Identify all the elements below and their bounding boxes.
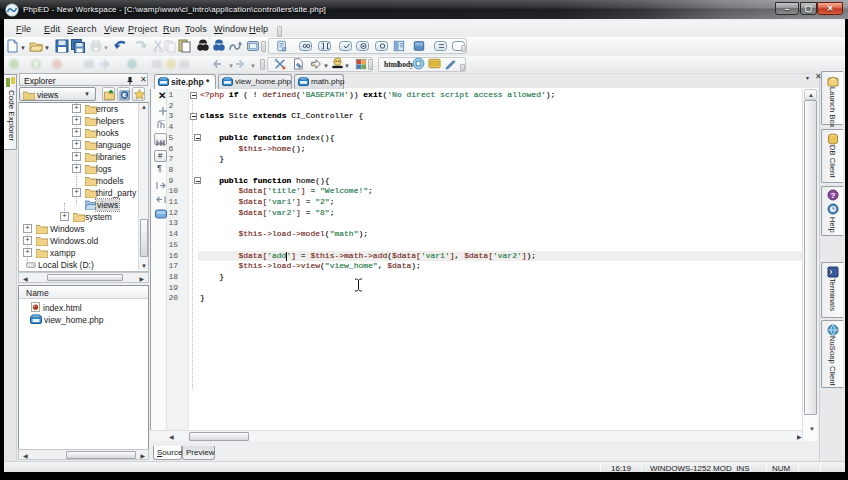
svg-text:?: ? bbox=[831, 191, 836, 200]
